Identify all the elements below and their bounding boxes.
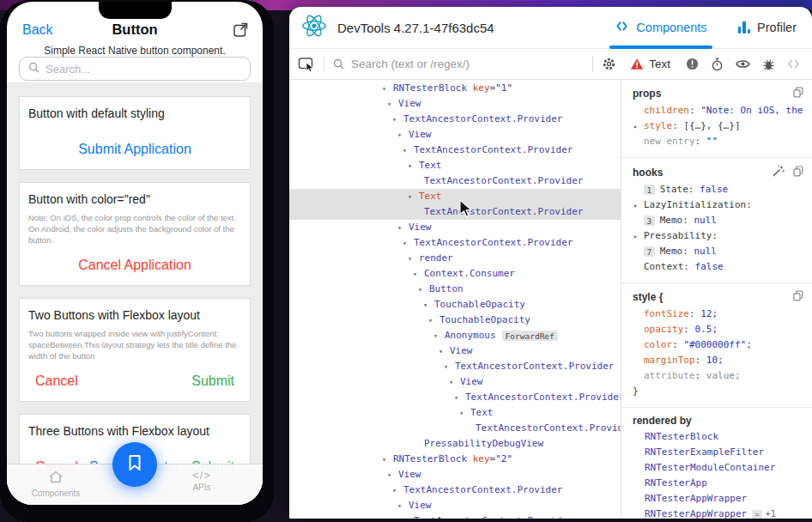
copy-icon[interactable]	[793, 166, 803, 179]
parse-hook-names-wand-icon[interactable]	[773, 165, 785, 179]
tree-row[interactable]: ▾Context.Consumer	[289, 266, 621, 282]
tree-row[interactable]: ▾TextAncestorContext.Provider	[289, 359, 621, 374]
copy-icon[interactable]	[793, 87, 803, 100]
tree-row[interactable]: TextAncestorContext.Provider	[289, 421, 621, 436]
tree-row[interactable]: ▾TextAncestorContext.Provider	[289, 143, 621, 158]
expand-arrow-icon[interactable]: ▾	[444, 359, 455, 374]
style-row[interactable]: opacity: 0.5;	[621, 322, 812, 337]
expand-arrow-icon[interactable]: ▾	[382, 452, 393, 467]
suspense-stopwatch-icon[interactable]	[711, 58, 724, 71]
hooks-row[interactable]: ▸Pressability:	[621, 228, 812, 244]
hooks-row[interactable]: 3Memo: null	[621, 213, 812, 228]
tab-profiler[interactable]: Profiler	[738, 7, 797, 49]
expand-arrow-icon[interactable]: ▾	[454, 390, 465, 405]
tree-row[interactable]: ▾TouchableOpacity	[289, 297, 621, 313]
rendered-by-item[interactable]: RNTesterAppWrapper	[621, 491, 812, 507]
expand-arrow-icon[interactable]: ▾	[408, 189, 419, 204]
tab-components[interactable]: Components	[21, 469, 91, 505]
style-row[interactable]: color: "#000000ff";	[621, 337, 812, 353]
rendered-by-item[interactable]: RNTesterBlock	[621, 429, 812, 445]
tree-row[interactable]: ▾render	[289, 251, 621, 266]
tree-row[interactable]: ▾View	[289, 96, 621, 112]
expand-arrow-icon[interactable]: ▸	[633, 197, 644, 213]
eye-icon[interactable]	[736, 58, 750, 70]
tree-row[interactable]: ▾TextAncestorContext.Provider	[289, 235, 621, 251]
props-row[interactable]: ▸style: [{…}, {…}]	[621, 118, 812, 134]
expand-arrow-icon[interactable]: ▾	[428, 313, 439, 328]
props-row[interactable]: new entry: ""	[621, 134, 812, 149]
native-button[interactable]: Submit Application	[78, 142, 191, 157]
expand-arrow-icon[interactable]: ▾	[418, 282, 429, 297]
expand-arrow-icon[interactable]: ▾	[403, 235, 414, 251]
rendered-by-item[interactable]: RNTesterApp	[621, 476, 812, 491]
tree-row[interactable]: ▾Text	[289, 405, 621, 421]
hooks-row[interactable]: 1State: false	[621, 182, 812, 197]
tree-row[interactable]: ▾View	[289, 343, 621, 359]
tree-row[interactable]: ▾RNTesterBlock key="1"	[289, 81, 621, 96]
code-icon[interactable]	[787, 58, 800, 70]
expand-arrow-icon[interactable]: ▾	[408, 158, 419, 173]
tree-row[interactable]: ▾Text	[289, 189, 621, 204]
rendered-by-item[interactable]: RNTesterAppWrapper=+1	[621, 507, 812, 519]
gear-icon[interactable]	[602, 57, 616, 71]
tree-search-input[interactable]: Search (text or /regex/)	[351, 58, 584, 70]
search-input[interactable]: Search...	[19, 57, 251, 81]
tree-row[interactable]: ▾TextAncestorContext.Provider	[289, 483, 621, 498]
tree-row[interactable]: TextAncestorContext.Provider	[289, 173, 621, 189]
tab-apis[interactable]: </> APIs	[167, 469, 237, 505]
rendered-by-item[interactable]: RNTesterModuleContainer	[621, 460, 812, 476]
copy-icon[interactable]	[793, 290, 803, 304]
expand-arrow-icon[interactable]: ▾	[423, 297, 434, 313]
expand-arrow-icon[interactable]: ▾	[449, 374, 460, 390]
expand-arrow-icon[interactable]: ▾	[439, 343, 450, 359]
expand-arrow-icon[interactable]: ▾	[397, 220, 409, 235]
tree-row[interactable]: ▾TouchableOpacity	[289, 313, 621, 328]
expand-arrow-icon[interactable]: ▾	[459, 405, 470, 421]
tree-row[interactable]: ▾AnonymousForwardRef	[289, 328, 621, 343]
tree-row[interactable]: ▾RNTesterBlock key="2"	[289, 452, 621, 467]
tree-row[interactable]: ▾View	[289, 467, 621, 483]
native-button[interactable]: Submit	[191, 373, 234, 389]
open-external-icon[interactable]	[233, 21, 249, 38]
expand-arrow-icon[interactable]: ▾	[392, 483, 403, 498]
expand-arrow-icon[interactable]: ▸	[633, 118, 644, 134]
tree-row[interactable]: ▾TextAncestorContext.Provider	[289, 390, 621, 405]
tab-components[interactable]: Components	[615, 7, 706, 49]
tree-row[interactable]: TextAncestorContext.Provider	[289, 204, 621, 220]
tree-row[interactable]: ▾View	[289, 127, 621, 143]
native-button[interactable]: Cancel Application	[78, 258, 191, 273]
bookmark-fab[interactable]	[112, 442, 157, 487]
tree-row[interactable]: ▾TextAncestorContext.Provider	[289, 513, 621, 519]
expand-arrow-icon[interactable]: ▾	[403, 143, 414, 158]
element-picker-icon[interactable]	[298, 57, 315, 72]
style-row[interactable]: attribute: value;	[621, 368, 812, 384]
expand-arrow-icon[interactable]: ▾	[387, 467, 398, 483]
native-button[interactable]: Cancel	[35, 373, 78, 389]
props-row[interactable]: children: "Note: On iOS, the	[621, 103, 812, 118]
style-row[interactable]: marginTop: 10;	[621, 353, 812, 368]
expand-arrow-icon[interactable]: ▾	[397, 127, 409, 143]
expand-arrow-icon[interactable]: ▾	[433, 328, 445, 343]
tree-row[interactable]: PressabilityDebugView	[289, 436, 621, 452]
style-row[interactable]: fontSize: 12;	[621, 307, 812, 322]
tree-row[interactable]: ▾View	[289, 374, 621, 390]
error-icon[interactable]	[686, 58, 699, 70]
expand-arrow-icon[interactable]: ▾	[397, 498, 409, 513]
tree-row[interactable]: ▾Button	[289, 282, 621, 297]
expand-arrow-icon[interactable]: ▾	[403, 513, 414, 519]
expand-arrow-icon[interactable]: ▾	[413, 266, 424, 282]
expand-arrow-icon[interactable]: ▸	[633, 228, 644, 244]
expand-arrow-icon[interactable]: ▾	[382, 81, 393, 96]
expand-arrow-icon[interactable]: ▾	[387, 96, 398, 112]
hooks-row[interactable]: 7Memo: null	[621, 244, 812, 259]
tree-row[interactable]: ▾Text	[289, 158, 621, 173]
expand-arrow-icon[interactable]: ▾	[392, 112, 403, 127]
tree-row[interactable]: ▾View	[289, 498, 621, 513]
tree-row[interactable]: ▾TextAncestorContext.Provider	[289, 112, 621, 127]
rendered-by-item[interactable]: RNTesterExampleFilter	[621, 445, 812, 460]
tree-row[interactable]: ▾View	[289, 220, 621, 235]
hooks-row[interactable]: Context: false	[621, 259, 812, 275]
bug-icon[interactable]	[762, 58, 775, 71]
hooks-row[interactable]: ▸LazyInitialization:	[621, 197, 812, 213]
expand-arrow-icon[interactable]: ▾	[408, 251, 419, 266]
